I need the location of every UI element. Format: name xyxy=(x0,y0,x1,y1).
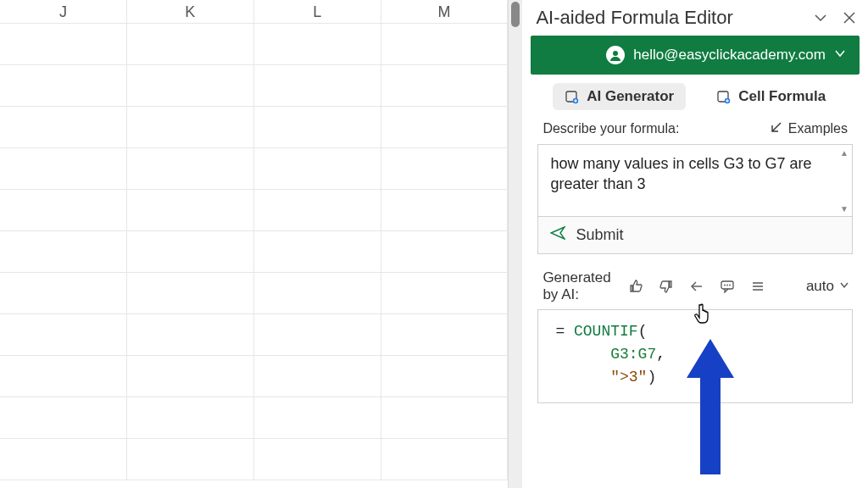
ai-generator-icon xyxy=(565,89,580,104)
cell[interactable] xyxy=(254,231,381,272)
cell[interactable] xyxy=(127,273,254,313)
cell[interactable] xyxy=(0,148,127,189)
cell[interactable] xyxy=(0,397,127,438)
textarea-scroll-down-icon[interactable]: ▼ xyxy=(840,204,849,213)
formula-comma: , xyxy=(656,346,665,363)
cell[interactable] xyxy=(381,439,509,480)
submit-button[interactable]: Submit xyxy=(537,217,853,254)
generated-label-line1: Generated xyxy=(542,269,610,286)
avatar-icon xyxy=(606,46,625,64)
cell[interactable] xyxy=(0,190,127,230)
column-header[interactable]: L xyxy=(254,0,381,24)
cell[interactable] xyxy=(0,273,127,313)
thumbs-up-icon[interactable] xyxy=(627,278,644,295)
tab-cell-formula-label: Cell Formula xyxy=(738,88,826,105)
cell[interactable] xyxy=(127,24,254,64)
textarea-scroll-up-icon[interactable]: ▲ xyxy=(840,148,849,157)
cell[interactable] xyxy=(254,439,381,480)
svg-point-15 xyxy=(724,284,726,286)
table-row xyxy=(0,24,508,65)
cell[interactable] xyxy=(0,439,127,480)
back-arrow-icon[interactable] xyxy=(688,278,705,295)
describe-input-text[interactable]: how many values in cells G3 to G7 are gr… xyxy=(538,145,852,216)
cell[interactable] xyxy=(381,190,509,230)
cell[interactable] xyxy=(127,397,254,438)
cell[interactable] xyxy=(0,356,127,396)
cell[interactable] xyxy=(381,273,509,313)
describe-label: Describe your formula: xyxy=(542,121,679,136)
collapse-button[interactable] xyxy=(810,8,831,28)
column-header[interactable]: J xyxy=(0,0,127,24)
tab-ai-generator-label: AI Generator xyxy=(587,88,674,105)
cell[interactable] xyxy=(254,190,381,230)
table-row xyxy=(0,190,508,231)
table-row xyxy=(0,314,508,356)
vertical-scrollbar[interactable] xyxy=(509,0,522,488)
list-lines-icon[interactable] xyxy=(749,278,766,295)
table-row xyxy=(0,439,508,480)
cell[interactable] xyxy=(127,148,254,189)
close-button[interactable] xyxy=(839,8,860,28)
generated-label: Generated by AI: xyxy=(542,269,617,302)
cell[interactable] xyxy=(127,439,254,480)
formula-range: G3:G7 xyxy=(610,346,656,363)
auto-dropdown[interactable]: auto xyxy=(806,278,849,295)
thumbs-down-icon[interactable] xyxy=(658,278,675,295)
account-bar[interactable]: hello@easyclickacademy.com xyxy=(531,36,860,75)
cell[interactable] xyxy=(127,231,254,272)
tab-cell-formula[interactable]: Cell Formula xyxy=(704,83,837,110)
cell[interactable] xyxy=(0,231,127,272)
formula-close-paren: ) xyxy=(647,369,656,385)
spreadsheet-rows xyxy=(0,24,508,488)
table-row xyxy=(0,107,508,148)
cell[interactable] xyxy=(127,107,254,147)
generated-header-row: Generated by AI: xyxy=(522,266,868,308)
tabs-row: AI Generator Cell Formula xyxy=(522,83,868,120)
cell[interactable] xyxy=(127,190,254,230)
cell[interactable] xyxy=(254,356,381,396)
cell[interactable] xyxy=(0,314,127,355)
formula-open-paren: ( xyxy=(638,323,648,340)
cell[interactable] xyxy=(381,148,509,189)
cell[interactable] xyxy=(254,148,381,189)
cell[interactable] xyxy=(127,356,254,396)
cell[interactable] xyxy=(0,107,127,147)
submit-label: Submit xyxy=(576,226,623,244)
result-action-icons xyxy=(627,278,766,295)
cell[interactable] xyxy=(381,356,509,396)
cell[interactable] xyxy=(254,273,381,313)
cell[interactable] xyxy=(254,314,381,355)
formula-function: COUNTIF xyxy=(574,323,638,340)
panel-title-bar: AI-aided Formula Editor xyxy=(522,0,868,36)
cell[interactable] xyxy=(254,24,381,64)
cell[interactable] xyxy=(381,314,509,355)
cell[interactable] xyxy=(127,314,254,355)
submit-send-icon xyxy=(550,225,565,245)
comment-icon[interactable] xyxy=(719,278,736,295)
column-header[interactable]: K xyxy=(127,0,254,24)
svg-point-16 xyxy=(726,284,728,286)
cell[interactable] xyxy=(254,107,381,147)
cell[interactable] xyxy=(381,65,509,106)
tab-ai-generator[interactable]: AI Generator xyxy=(553,83,686,110)
panel-title: AI-aided Formula Editor xyxy=(536,7,802,29)
scroll-thumb[interactable] xyxy=(511,2,520,27)
cell[interactable] xyxy=(254,397,381,438)
chevron-down-icon xyxy=(834,47,846,64)
describe-input-box[interactable]: how many values in cells G3 to G7 are gr… xyxy=(537,144,853,217)
cell[interactable] xyxy=(127,65,254,106)
cell[interactable] xyxy=(0,24,127,64)
cell[interactable] xyxy=(381,107,509,147)
svg-marker-12 xyxy=(551,227,565,239)
cell[interactable] xyxy=(254,65,381,106)
generated-formula-box[interactable]: = COUNTIF( G3:G7, ">3") xyxy=(537,309,853,403)
cell[interactable] xyxy=(381,231,509,272)
spreadsheet-area: JKLM xyxy=(0,0,509,488)
table-row xyxy=(0,231,508,273)
column-header[interactable]: M xyxy=(381,0,509,24)
cell[interactable] xyxy=(381,24,509,64)
cell[interactable] xyxy=(0,65,127,106)
cell[interactable] xyxy=(381,397,509,438)
examples-link[interactable]: Examples xyxy=(770,120,848,137)
table-row xyxy=(0,65,508,107)
